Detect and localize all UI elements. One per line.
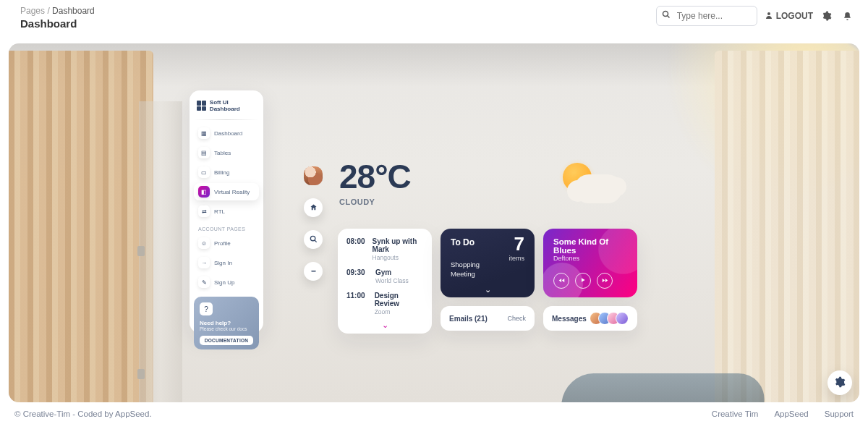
rtl-icon: ⇄ — [198, 205, 210, 217]
profile-icon: ☺ — [198, 237, 210, 249]
help-title: Need help? — [200, 320, 253, 326]
emails-label: Emails (21) — [449, 315, 488, 323]
brand-logo-icon — [197, 101, 206, 111]
search-input[interactable] — [656, 6, 757, 26]
tables-icon: ▤ — [198, 147, 210, 158]
sidebar-item-signup[interactable]: ✎ Sign Up — [194, 274, 259, 291]
settings-icon[interactable] — [820, 9, 833, 22]
sidebar-item-label: Virtual Reality — [214, 189, 250, 195]
sidebar-item-label: Sign Up — [214, 279, 234, 286]
footer-link-appseed[interactable]: AppSeed — [774, 410, 808, 418]
signin-icon: → — [198, 257, 210, 268]
sidebar-item-rtl[interactable]: ⇄ RTL — [194, 203, 259, 220]
configurator-button[interactable] — [827, 370, 852, 395]
music-artist: Deftones — [553, 255, 627, 262]
avatar[interactable] — [304, 166, 323, 185]
svg-point-2 — [767, 12, 770, 15]
schedule-title: Design Review — [375, 292, 423, 308]
schedule-row[interactable]: 09:30 Gym World Class — [346, 268, 423, 284]
footer-link-creative-tim[interactable]: Creative Tim — [712, 410, 759, 418]
weather-widget: 28°C CLOUDY — [339, 160, 411, 206]
vr-icon: ◧ — [198, 186, 210, 198]
music-next-button[interactable] — [597, 273, 613, 289]
dashboard-icon: ▦ — [198, 127, 210, 139]
sidebar-section-label: ACCOUNT PAGES — [194, 222, 259, 234]
minimize-button[interactable] — [304, 262, 323, 281]
schedule-sub: Hangouts — [373, 254, 423, 261]
brand[interactable]: Soft UI Dashboard — [194, 98, 259, 118]
search-icon — [662, 10, 671, 21]
avatar — [616, 312, 629, 325]
play-icon — [580, 277, 586, 284]
curtain-right — [715, 51, 859, 402]
help-subtitle: Please check our docs — [200, 326, 253, 331]
svg-rect-5 — [311, 271, 315, 271]
logout-button[interactable]: LOGOUT — [765, 11, 813, 22]
help-icon: ? — [200, 302, 213, 315]
schedule-time: 09:30 — [346, 268, 368, 284]
weather-icon — [558, 156, 628, 213]
notifications-icon[interactable] — [841, 9, 854, 22]
search-icon — [310, 235, 318, 245]
avatar-stack — [590, 312, 629, 325]
documentation-button[interactable]: DOCUMENTATION — [200, 336, 253, 345]
logout-label: LOGOUT — [776, 11, 813, 21]
cloud-icon — [574, 174, 622, 203]
search-wrapper — [656, 6, 757, 26]
sidebar-item-virtual-reality[interactable]: ◧ Virtual Reality — [194, 183, 259, 200]
sidebar-item-label: Dashboard — [214, 130, 242, 137]
todo-expand[interactable]: ⌄ — [441, 285, 535, 294]
music-prev-button[interactable] — [553, 273, 569, 289]
sidebar-item-billing[interactable]: ▭ Billing — [194, 164, 259, 181]
breadcrumb-sep: / — [47, 6, 49, 16]
schedule-sub: Zoom — [375, 308, 423, 315]
schedule-row[interactable]: 11:00 Design Review Zoom — [346, 292, 423, 315]
door-hinge — [137, 246, 145, 256]
sidebar-item-profile[interactable]: ☺ Profile — [194, 234, 259, 252]
home-icon — [310, 203, 318, 213]
emails-card[interactable]: Emails (21) Check — [441, 306, 535, 331]
home-button[interactable] — [304, 198, 323, 217]
billing-icon: ▭ — [198, 166, 210, 178]
schedule-sub: World Class — [375, 277, 409, 284]
sidebar-item-signin[interactable]: → Sign In — [194, 254, 259, 271]
schedule-row[interactable]: 08:00 Synk up with Mark Hangouts — [346, 237, 423, 261]
schedule-expand[interactable]: ⌄ — [346, 321, 423, 330]
curtain-left — [9, 51, 153, 402]
sidebar-item-label: Tables — [214, 150, 231, 156]
brand-name: Soft UI Dashboard — [210, 99, 256, 112]
todo-count: 7 — [514, 233, 524, 255]
chevron-down-icon: ⌄ — [382, 321, 388, 329]
search-button[interactable] — [304, 230, 323, 249]
svg-point-0 — [663, 12, 668, 17]
door-hinge — [137, 369, 145, 379]
sidebar-item-dashboard[interactable]: ▦ Dashboard — [194, 124, 259, 142]
footer-link-support[interactable]: Support — [825, 410, 854, 418]
schedule-time: 11:00 — [346, 292, 367, 315]
music-title: Some Kind Of Blues — [553, 237, 627, 255]
sidebar-panel: Soft UI Dashboard ▦ Dashboard ▤ Tables ▭… — [190, 90, 263, 333]
weather-condition: CLOUDY — [339, 198, 411, 206]
footer: © Creative-Tim - Coded by AppSeed. Creat… — [14, 407, 854, 421]
todo-unit: items — [509, 255, 524, 262]
gear-icon — [834, 376, 846, 390]
todo-item: Meeting — [451, 270, 480, 279]
messages-card[interactable]: Messages — [543, 306, 637, 331]
footer-left: © Creative-Tim - Coded by AppSeed. — [14, 410, 152, 418]
chevron-down-icon: ⌄ — [485, 285, 491, 294]
emails-action[interactable]: Check — [507, 315, 526, 322]
prev-icon — [558, 277, 565, 285]
sidebar-item-label: Sign In — [214, 260, 232, 266]
todo-list: Shopping Meeting — [451, 260, 480, 279]
next-icon — [602, 277, 608, 285]
music-play-button[interactable] — [575, 273, 591, 289]
svg-line-1 — [667, 16, 669, 18]
weather-temperature: 28°C — [339, 160, 411, 193]
user-icon — [765, 11, 773, 22]
sidebar-item-label: Profile — [214, 240, 231, 247]
breadcrumb-current: Dashboard — [52, 6, 95, 16]
vr-stage: Soft UI Dashboard ▦ Dashboard ▤ Tables ▭… — [9, 43, 859, 402]
todo-item: Shopping — [451, 260, 480, 270]
breadcrumb-root[interactable]: Pages — [20, 6, 45, 16]
sidebar-item-tables[interactable]: ▤ Tables — [194, 144, 259, 161]
